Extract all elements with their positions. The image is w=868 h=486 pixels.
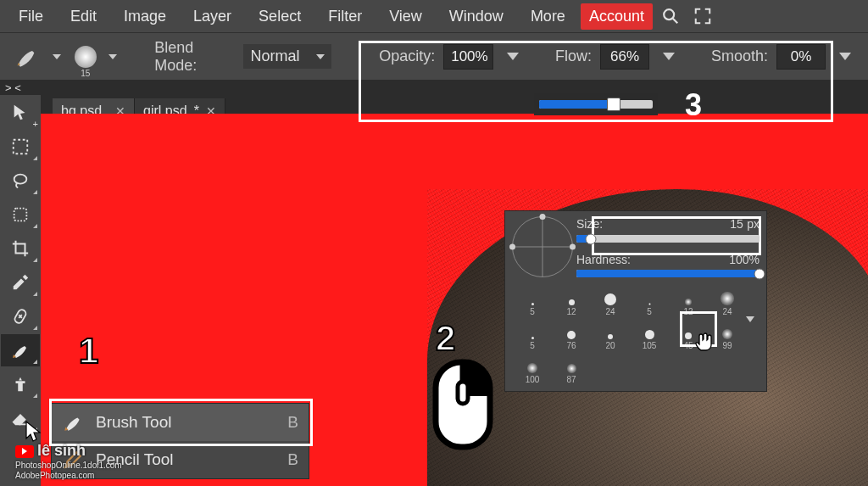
size-slider[interactable] — [576, 235, 760, 243]
hand-cursor-icon — [693, 332, 714, 354]
cursor-icon — [25, 420, 45, 444]
svg-rect-4 — [14, 209, 27, 221]
tool-dropdown-icon[interactable] — [53, 54, 61, 59]
flow-field[interactable]: 66% — [600, 44, 649, 70]
hardness-label: Hardness: — [576, 253, 631, 266]
brush-size-number: 15 — [81, 69, 90, 78]
annotation-step-3: 3 — [685, 87, 702, 123]
clone-stamp-tool[interactable] — [1, 368, 40, 400]
menu-select[interactable]: Select — [247, 3, 313, 31]
menu-bar: File Edit Image Layer Select Filter View… — [0, 0, 868, 32]
brush-preset[interactable]: 24 — [710, 286, 744, 316]
youtube-icon — [15, 445, 34, 458]
brush-preset[interactable]: 105 — [632, 320, 666, 350]
brush-preset[interactable]: 99 — [710, 320, 744, 350]
flow-dropdown-icon[interactable] — [663, 53, 675, 60]
chevron-down-icon — [316, 54, 325, 59]
brush-presets-popup: Size: 15 px Hardness: 100% 5122451224576… — [504, 210, 767, 392]
brush-preset[interactable]: 100 — [515, 354, 549, 384]
blend-mode-label: Blend Mode: — [154, 39, 235, 75]
marquee-tool[interactable] — [1, 131, 40, 163]
mouse-right-click-icon — [431, 358, 494, 451]
brush-preset-grid: 512245122457620105459910087 — [505, 281, 766, 384]
size-label: Size: — [576, 217, 603, 231]
menu-window[interactable]: Window — [437, 3, 515, 31]
flyout-label: Brush Tool — [96, 413, 171, 432]
svg-rect-7 — [458, 382, 468, 404]
svg-line-1 — [673, 19, 678, 24]
search-icon[interactable] — [656, 2, 685, 31]
brush-preset[interactable]: 76 — [554, 320, 588, 350]
menu-image[interactable]: Image — [112, 3, 178, 31]
menu-account[interactable]: Account — [581, 3, 653, 30]
hardness-slider[interactable] — [576, 270, 760, 277]
brush-preset[interactable]: 12 — [671, 286, 705, 316]
brush-preset[interactable]: 5 — [515, 286, 549, 316]
flyout-shortcut: B — [287, 450, 298, 469]
svg-rect-2 — [14, 140, 28, 154]
move-tool[interactable]: + — [1, 97, 40, 129]
smooth-dropdown-icon[interactable] — [839, 53, 851, 60]
eyedropper-tool[interactable] — [1, 266, 40, 299]
options-bar: 15 Blend Mode: Normal Opacity: 100% Flow… — [0, 32, 868, 80]
opacity-dropdown-icon[interactable] — [507, 53, 519, 60]
brush-preview[interactable]: 15 — [75, 46, 97, 68]
watermark: lê sinh PhotoshopOnline.1doi1.com AdobeP… — [15, 442, 122, 481]
brush-preset[interactable]: 5 — [515, 320, 549, 350]
svg-point-0 — [664, 9, 674, 20]
brush-preset[interactable]: 20 — [593, 320, 627, 350]
opacity-field[interactable]: 100% — [443, 44, 493, 70]
brush-tool[interactable] — [1, 334, 40, 366]
brush-preset[interactable]: 24 — [593, 286, 627, 316]
svg-point-3 — [14, 175, 27, 184]
crop-tool[interactable] — [1, 232, 40, 265]
menu-filter[interactable]: Filter — [316, 3, 374, 31]
presets-menu-icon[interactable] — [746, 316, 761, 322]
brush-preset-dropdown-icon[interactable] — [108, 54, 117, 59]
menu-more[interactable]: More — [519, 3, 577, 31]
size-value[interactable]: 15 — [730, 217, 743, 231]
active-tool-icon[interactable] — [12, 42, 41, 72]
healing-tool[interactable] — [1, 300, 40, 332]
smooth-label: Smooth: — [711, 47, 768, 65]
menu-file[interactable]: File — [7, 3, 55, 31]
flow-label: Flow: — [555, 47, 592, 65]
lasso-tool[interactable] — [1, 165, 40, 197]
flyout-shortcut: B — [287, 413, 298, 432]
menu-view[interactable]: View — [377, 3, 434, 31]
menu-layer[interactable]: Layer — [181, 3, 243, 31]
annotation-step-1: 1 — [79, 331, 98, 371]
opacity-label: Opacity: — [379, 47, 435, 65]
hardness-value[interactable]: 100% — [712, 253, 760, 266]
collapse-indicator[interactable]: > < — [0, 80, 868, 95]
flyout-brush-tool[interactable]: Brush Tool B — [52, 404, 309, 441]
smooth-field[interactable]: 0% — [776, 44, 826, 70]
flow-slider[interactable] — [534, 93, 658, 115]
brush-preset[interactable]: 12 — [554, 286, 588, 316]
fullscreen-icon[interactable] — [688, 2, 717, 31]
annotation-step-2: 2 — [436, 318, 455, 359]
menu-edit[interactable]: Edit — [58, 3, 108, 31]
brush-preset[interactable]: 87 — [554, 354, 588, 384]
magic-wand-tool[interactable] — [1, 198, 40, 231]
brush-angle-control[interactable] — [512, 216, 573, 277]
brush-preset[interactable]: 5 — [632, 286, 666, 316]
